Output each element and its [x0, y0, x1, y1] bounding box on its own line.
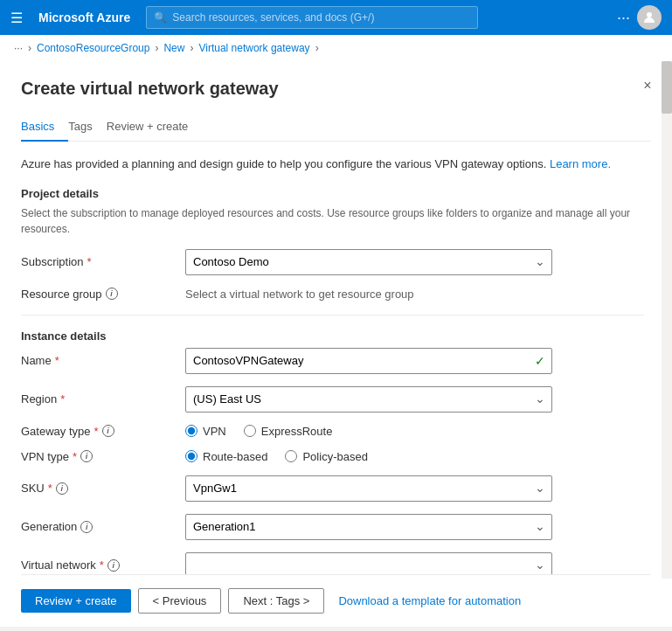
sku-info-icon[interactable]: i	[56, 482, 68, 495]
search-bar: 🔍	[146, 6, 478, 29]
gateway-type-vpn-radio[interactable]	[185, 425, 197, 437]
previous-button[interactable]: < Previous	[138, 588, 222, 614]
generation-row: Generation i Generation1	[21, 514, 644, 540]
project-details-desc: Select the subscription to manage deploy…	[21, 205, 644, 237]
info-text: Azure has provided a planning and design…	[21, 156, 644, 173]
name-valid-icon: ✓	[535, 354, 545, 368]
tabs: Basics Tags Review + create	[21, 113, 651, 142]
region-select-wrapper: (US) East US	[185, 386, 552, 413]
generation-info-icon[interactable]: i	[80, 521, 93, 533]
gateway-type-required: *	[94, 425, 99, 438]
region-label: Region *	[21, 392, 178, 406]
generation-select[interactable]: Generation1	[185, 514, 552, 540]
project-details-title: Project details	[21, 187, 644, 200]
gateway-type-expressroute-option[interactable]: ExpressRoute	[244, 425, 333, 438]
breadcrumb-dots[interactable]: ···	[14, 42, 23, 54]
nav-right: ···	[617, 5, 662, 30]
virtual-network-required: *	[100, 558, 104, 572]
resource-group-row: Resource group i Select a virtual networ…	[21, 288, 644, 301]
name-row: Name * ✓	[21, 348, 644, 374]
scrollbar[interactable]	[662, 61, 672, 579]
vpn-type-radio-group: Route-based Policy-based	[185, 450, 368, 463]
virtual-network-select-wrapper	[185, 552, 552, 575]
divider-1	[21, 315, 644, 316]
top-navigation: ☰ Microsoft Azure 🔍 ···	[0, 0, 672, 35]
virtual-network-row: Virtual network * i	[21, 552, 644, 575]
vpn-type-policybased-label: Policy-based	[302, 450, 367, 463]
svg-point-0	[647, 12, 652, 17]
gateway-type-row: Gateway type * i VPN ExpressRoute	[21, 425, 644, 438]
gateway-type-radio-group: VPN ExpressRoute	[185, 425, 332, 438]
vpn-type-info-icon[interactable]: i	[80, 450, 93, 462]
region-select[interactable]: (US) East US	[185, 386, 552, 413]
subscription-row: Subscription * Contoso Demo	[21, 249, 644, 275]
sku-select[interactable]: VpnGw1	[185, 475, 552, 502]
search-icon: 🔍	[154, 11, 167, 24]
vpn-type-policybased-radio[interactable]	[285, 450, 297, 462]
resource-group-label: Resource group i	[21, 288, 178, 301]
dialog: × Create virtual network gateway Basics …	[0, 61, 672, 627]
sku-label: SKU * i	[21, 482, 178, 495]
vpn-type-policybased-option[interactable]: Policy-based	[285, 450, 367, 463]
gateway-type-info-icon[interactable]: i	[102, 425, 114, 437]
close-button[interactable]: ×	[637, 75, 658, 96]
vpn-type-label: VPN type * i	[21, 450, 178, 463]
gateway-type-expressroute-radio[interactable]	[244, 425, 256, 437]
subscription-select[interactable]: Contoso Demo	[185, 249, 552, 275]
gateway-type-expressroute-label: ExpressRoute	[261, 425, 333, 438]
search-input[interactable]	[172, 11, 470, 24]
tab-review-create[interactable]: Review + create	[107, 113, 203, 142]
subscription-required: *	[87, 255, 92, 268]
avatar[interactable]	[637, 5, 662, 30]
breadcrumb: ··· › ContosoResourceGroup › New › Virtu…	[0, 35, 672, 61]
learn-more-link[interactable]: Learn more.	[550, 157, 611, 170]
name-required: *	[55, 354, 59, 367]
dialog-footer: Review + create < Previous Next : Tags >…	[21, 574, 651, 627]
vpn-type-routebased-option[interactable]: Route-based	[185, 450, 267, 463]
dialog-title: Create virtual network gateway	[21, 79, 651, 99]
sku-select-wrapper: VpnGw1	[185, 475, 552, 502]
vpn-type-routebased-label: Route-based	[203, 450, 267, 463]
nav-more-button[interactable]: ···	[617, 9, 630, 27]
review-create-button[interactable]: Review + create	[21, 589, 131, 613]
vpn-type-row: VPN type * i Route-based Policy-based	[21, 450, 644, 463]
breadcrumb-virtual-network-gateway[interactable]: Virtual network gateway	[198, 42, 309, 54]
vpn-type-required: *	[73, 450, 77, 463]
tab-basics[interactable]: Basics	[21, 113, 68, 142]
name-label: Name *	[21, 354, 178, 367]
breadcrumb-resource-group[interactable]: ContosoResourceGroup	[37, 42, 149, 54]
content-area: × Create virtual network gateway Basics …	[0, 61, 672, 631]
form-content: Azure has provided a planning and design…	[21, 156, 651, 574]
generation-select-wrapper: Generation1	[185, 514, 552, 540]
sku-required: *	[48, 482, 52, 495]
next-button[interactable]: Next : Tags >	[228, 588, 324, 614]
instance-details-title: Instance details	[21, 329, 644, 343]
region-row: Region * (US) East US	[21, 386, 644, 413]
generation-label: Generation i	[21, 520, 178, 533]
azure-logo: Microsoft Azure	[31, 10, 137, 24]
virtual-network-label: Virtual network * i	[21, 558, 178, 572]
subscription-select-wrapper: Contoso Demo	[185, 249, 552, 275]
vpn-type-routebased-radio[interactable]	[185, 450, 197, 462]
virtual-network-select[interactable]	[185, 552, 552, 575]
breadcrumb-new[interactable]: New	[163, 42, 184, 54]
hamburger-menu[interactable]: ☰	[10, 10, 23, 26]
gateway-type-vpn-option[interactable]: VPN	[185, 425, 226, 438]
region-required: *	[60, 392, 65, 406]
gateway-type-label: Gateway type * i	[21, 425, 178, 438]
subscription-label: Subscription *	[21, 255, 178, 268]
resource-group-info-icon[interactable]: i	[106, 288, 118, 300]
gateway-type-vpn-label: VPN	[203, 425, 226, 438]
scrollbar-thumb	[662, 61, 672, 114]
tab-tags[interactable]: Tags	[68, 113, 106, 142]
name-input[interactable]	[185, 348, 552, 374]
name-input-wrapper: ✓	[185, 348, 552, 374]
resource-group-value: Select a virtual network to get resource…	[185, 288, 414, 301]
sku-row: SKU * i VpnGw1	[21, 475, 644, 502]
download-template-link[interactable]: Download a template for automation	[338, 594, 521, 607]
virtual-network-info-icon[interactable]: i	[107, 559, 120, 572]
